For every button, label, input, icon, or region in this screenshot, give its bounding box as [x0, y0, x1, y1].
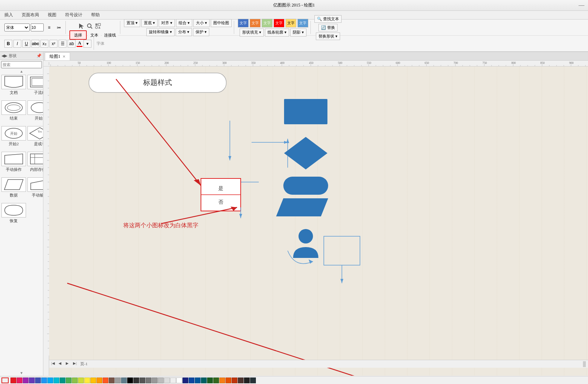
shadow-button[interactable]: 阴影 ▾: [290, 29, 306, 36]
shape-item-start1[interactable]: 开始1: [27, 100, 43, 121]
shapes-search-input[interactable]: [1, 61, 42, 68]
color-white[interactable]: [176, 377, 182, 383]
collapse-icon[interactable]: ◀▶: [1, 53, 7, 58]
font-family-select[interactable]: 宋体: [4, 23, 30, 31]
shape-item-document[interactable]: 文档: [1, 75, 26, 95]
color-teal[interactable]: [60, 377, 65, 383]
fill-button[interactable]: 形状填充 ▾: [240, 29, 264, 36]
font-color-dropdown[interactable]: ▾: [83, 40, 91, 48]
find-button[interactable]: 🔍 查找文本: [314, 15, 342, 23]
last-page-button[interactable]: ▶|: [73, 361, 79, 367]
color-grey-lighter[interactable]: [158, 377, 164, 383]
current-color-indicator[interactable]: [1, 377, 9, 383]
shape-item-manual[interactable]: 手动操作: [1, 152, 26, 172]
color-black[interactable]: [127, 377, 133, 383]
list-button[interactable]: ≔: [55, 22, 63, 33]
style-btn-4[interactable]: 文字: [274, 19, 284, 27]
first-page-button[interactable]: |◀: [51, 361, 57, 367]
shape-item-subprocess[interactable]: 子流程: [27, 75, 43, 95]
color-orange[interactable]: [96, 377, 102, 383]
style-btn-3[interactable]: 文字: [262, 19, 272, 27]
menu-page-layout[interactable]: 页面布局: [20, 11, 40, 19]
color-near-black[interactable]: [244, 377, 250, 383]
canvas-tab-item[interactable]: 绘图1 ✕: [45, 52, 70, 60]
protect-button[interactable]: 保护 ▾: [193, 28, 209, 36]
shape-item-data[interactable]: 数据: [1, 177, 26, 198]
color-dark-cyan[interactable]: [201, 377, 207, 383]
color-blue-black[interactable]: [250, 377, 256, 383]
menu-insert[interactable]: 插入: [3, 11, 14, 19]
strikethrough-button[interactable]: abc: [31, 40, 39, 48]
rotate-button[interactable]: 旋转和镜像 ▾: [146, 28, 175, 36]
align-left-button[interactable]: ≡: [45, 22, 53, 33]
underline-button[interactable]: U: [22, 40, 30, 48]
surround-button[interactable]: 图中绘图: [211, 19, 232, 27]
replace-button[interactable]: 🔄 替换: [318, 24, 338, 31]
color-mid-blue[interactable]: [195, 377, 201, 383]
font-direction-button[interactable]: ab: [68, 40, 76, 48]
color-grey[interactable]: [115, 377, 121, 383]
style-btn-5[interactable]: 文字: [286, 19, 296, 27]
style-btn-6[interactable]: 文字: [297, 19, 308, 27]
color-grey-medium[interactable]: [146, 377, 151, 383]
scroll-up-button[interactable]: ▲: [0, 69, 43, 73]
color-medium-grey[interactable]: [140, 377, 145, 383]
color-lime[interactable]: [78, 377, 84, 383]
shape-item-end[interactable]: 结束: [1, 100, 26, 121]
font-size-input[interactable]: [31, 23, 44, 31]
tab-close-button[interactable]: ✕: [63, 55, 65, 59]
color-cyan[interactable]: [53, 377, 59, 383]
color-grey-very-light[interactable]: [170, 377, 176, 383]
color-dark-grey[interactable]: [133, 377, 139, 383]
menu-symbol-design[interactable]: 符号设计: [64, 11, 84, 19]
color-amber[interactable]: [90, 377, 96, 383]
align-button[interactable]: 对齐 ▾: [159, 19, 175, 27]
shape-item-recovery[interactable]: 恢复: [1, 203, 26, 224]
line-button[interactable]: 线条轮廓 ▾: [265, 29, 289, 36]
color-red[interactable]: [10, 377, 16, 383]
color-dark-lime[interactable]: [213, 377, 219, 383]
floor-button[interactable]: 置底 ▾: [141, 19, 158, 27]
bold-button[interactable]: B: [4, 40, 12, 48]
color-deep-orange[interactable]: [103, 377, 108, 383]
color-blue[interactable]: [41, 377, 47, 383]
color-deep-purple[interactable]: [29, 377, 35, 383]
shape-item-start2[interactable]: 开始 开始2: [1, 126, 26, 147]
next-page-button[interactable]: ▶: [66, 361, 72, 367]
color-light-green[interactable]: [72, 377, 78, 383]
color-navy[interactable]: [183, 377, 188, 383]
color-dark-blue[interactable]: [189, 377, 194, 383]
line-spacing-button[interactable]: ☰: [59, 40, 66, 48]
color-light-blue[interactable]: [47, 377, 53, 383]
color-purple[interactable]: [23, 377, 29, 383]
prev-page-button[interactable]: ◀: [59, 361, 64, 367]
font-color-button[interactable]: A: [77, 40, 82, 47]
color-dark-green[interactable]: [207, 377, 213, 383]
shape-item-manual-input[interactable]: 手动输入: [27, 177, 43, 198]
menu-view[interactable]: 视图: [46, 11, 58, 19]
scrollbar-handle[interactable]: [583, 361, 586, 367]
color-pink[interactable]: [17, 377, 22, 383]
subscript-button[interactable]: x₂: [40, 40, 48, 48]
style-btn-2[interactable]: 文字: [250, 19, 261, 27]
color-indigo[interactable]: [35, 377, 41, 383]
close-button[interactable]: —: [579, 2, 584, 8]
restore-button[interactable]: 置顶 ▾: [124, 19, 140, 27]
scroll-down-button[interactable]: ▼: [0, 370, 43, 376]
italic-button[interactable]: I: [13, 40, 21, 48]
color-dark-brown[interactable]: [238, 377, 244, 383]
shape-item-yesno[interactable]: Yes 是或否: [27, 126, 43, 147]
menu-help[interactable]: 帮助: [90, 11, 101, 19]
color-grey-pale[interactable]: [164, 377, 170, 383]
drawing-canvas[interactable]: 标题样式 是 否: [49, 66, 588, 376]
color-yellow[interactable]: [84, 377, 90, 383]
color-green[interactable]: [66, 377, 72, 383]
superscript-button[interactable]: x²: [50, 40, 57, 48]
shape-item-storage[interactable]: 内部存储器: [27, 152, 43, 172]
color-dark-deep-orange[interactable]: [232, 377, 237, 383]
size-button[interactable]: 大小 ▾: [193, 19, 210, 27]
color-dark-amber[interactable]: [219, 377, 225, 383]
group-button[interactable]: 组合 ▾: [176, 19, 192, 27]
pin-icon[interactable]: 📌: [37, 53, 42, 58]
color-blue-grey[interactable]: [121, 377, 127, 383]
